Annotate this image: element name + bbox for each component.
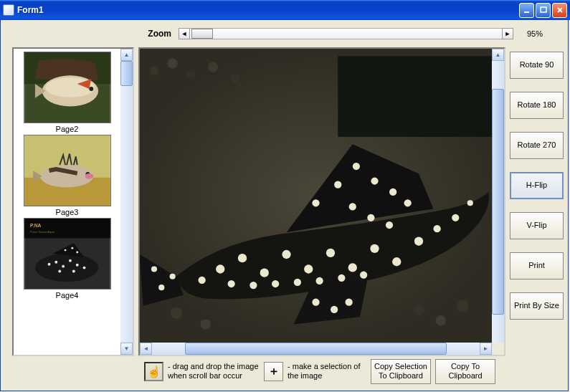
svg-point-35: [436, 315, 446, 325]
svg-point-60: [338, 274, 345, 282]
svg-point-65: [371, 177, 378, 184]
copy-to-clipboard-button[interactable]: Copy To Clipboard: [435, 359, 495, 384]
vscrollbar-track[interactable]: [492, 61, 504, 343]
thumbnail-label: Page3: [16, 208, 118, 216]
svg-point-26: [71, 247, 73, 249]
thumbnail-label: Page4: [16, 291, 118, 300]
hscrollbar-track[interactable]: [152, 343, 480, 355]
print-button[interactable]: Print: [510, 252, 564, 279]
svg-point-25: [64, 249, 66, 252]
svg-point-68: [349, 203, 356, 210]
rotate-180-button[interactable]: Rotate 180: [510, 92, 564, 119]
svg-point-63: [334, 181, 341, 188]
svg-point-36: [413, 304, 424, 315]
tool-buttons-column: Rotate 90 Rotate 180 Rotate 270 H-Flip V…: [510, 47, 564, 356]
selection-mode-hint: - make a selection of the image: [288, 362, 366, 381]
thumbnail-image: [24, 135, 111, 206]
thumbnail-image: [24, 52, 111, 123]
zoom-label: Zoom: [1, 29, 179, 39]
main-image-viewport[interactable]: .NA lu's Nature Aquarium // pululife . 1…: [140, 49, 492, 343]
svg-point-6: [89, 87, 93, 91]
svg-point-62: [312, 199, 319, 206]
svg-point-61: [360, 272, 367, 279]
thumbnail-item[interactable]: Page3: [16, 135, 118, 216]
rotate-270-button[interactable]: Rotate 270: [510, 132, 564, 159]
svg-point-31: [186, 70, 195, 79]
h-flip-button[interactable]: H-Flip: [510, 172, 564, 199]
svg-point-16: [34, 254, 98, 282]
svg-point-47: [304, 264, 313, 273]
maximize-button[interactable]: [536, 3, 551, 18]
svg-point-48: [326, 249, 335, 257]
thumbnail-scrollbar[interactable]: ▲ ▼: [120, 49, 133, 355]
copy-selection-button[interactable]: Copy Selection To Clipboard: [371, 359, 431, 384]
svg-point-11: [85, 173, 93, 179]
scrollbar-corner: [492, 343, 504, 355]
scroll-up-button[interactable]: ▲: [492, 49, 504, 61]
v-flip-button[interactable]: V-Flip: [510, 212, 564, 239]
selection-mode-toggle[interactable]: ＋: [264, 362, 283, 381]
svg-point-17: [47, 263, 50, 266]
svg-point-38: [201, 319, 211, 329]
svg-point-27: [76, 252, 78, 254]
thumbnail-item[interactable]: P.NA Pulu's Nature Aquar Page4: [16, 218, 118, 300]
svg-point-51: [392, 257, 401, 266]
svg-point-53: [434, 225, 441, 232]
app-icon: [3, 4, 14, 16]
svg-text:Pulu's Nature Aquar: Pulu's Nature Aquar: [30, 230, 55, 234]
svg-point-21: [75, 264, 78, 267]
svg-point-44: [238, 254, 247, 262]
print-by-size-button[interactable]: Print By Size: [510, 292, 564, 320]
scrollbar-track[interactable]: [120, 61, 133, 343]
close-button[interactable]: [552, 3, 567, 18]
footer-row: ☝ - drag and drop the image when scroll …: [1, 356, 568, 391]
image-panel: .NA lu's Nature Aquarium // pululife . 1…: [138, 47, 505, 356]
thumbnail-item[interactable]: Page2: [16, 52, 118, 133]
svg-point-56: [250, 282, 257, 289]
minimize-button[interactable]: [519, 3, 534, 18]
zoom-slider[interactable]: [190, 28, 502, 39]
svg-point-18: [54, 261, 57, 264]
svg-point-23: [58, 270, 61, 273]
scroll-left-button[interactable]: ◄: [140, 343, 152, 355]
hscrollbar-thumb[interactable]: [185, 343, 447, 355]
window-title: Form1: [17, 5, 518, 15]
svg-point-73: [346, 299, 353, 306]
titlebar: Form1: [0, 0, 570, 20]
vscrollbar-thumb[interactable]: [492, 89, 504, 314]
svg-text:P.NA: P.NA: [30, 223, 42, 228]
hand-icon: ☝: [147, 365, 161, 378]
thumbnail-panel: Page2 Page3: [12, 47, 134, 356]
zoom-slider-thumb[interactable]: [191, 29, 213, 39]
svg-point-49: [348, 263, 357, 272]
svg-point-78: [199, 277, 206, 284]
svg-point-37: [171, 307, 182, 319]
scroll-right-button[interactable]: ►: [480, 343, 492, 355]
svg-point-75: [158, 285, 164, 290]
zoom-decrement-button[interactable]: ◄: [179, 28, 190, 39]
drag-mode-toggle[interactable]: ☝: [144, 362, 163, 381]
svg-point-57: [272, 280, 279, 287]
svg-point-29: [150, 67, 158, 75]
scroll-up-button[interactable]: ▲: [120, 49, 133, 61]
drag-mode-hint: - drag and drop the image when scroll ba…: [168, 362, 260, 381]
scroll-down-button[interactable]: ▼: [120, 343, 133, 355]
crosshair-icon: ＋: [268, 364, 280, 379]
thumbnail-label: Page2: [16, 125, 118, 133]
image-hscrollbar[interactable]: ◄ ►: [140, 343, 492, 355]
svg-point-50: [370, 244, 379, 253]
image-vscrollbar[interactable]: ▲ ▼: [492, 49, 504, 355]
svg-point-33: [231, 74, 239, 82]
svg-point-69: [367, 214, 374, 221]
svg-point-59: [316, 277, 323, 285]
svg-point-58: [294, 279, 301, 286]
svg-rect-13: [24, 219, 110, 238]
svg-point-24: [72, 270, 75, 273]
svg-point-76: [170, 274, 176, 279]
rotate-90-button[interactable]: Rotate 90: [510, 52, 564, 79]
zoom-increment-button[interactable]: ►: [502, 28, 513, 39]
svg-point-30: [167, 58, 177, 68]
svg-point-64: [353, 163, 360, 170]
svg-point-22: [82, 267, 85, 269]
scrollbar-thumb[interactable]: [120, 61, 133, 86]
